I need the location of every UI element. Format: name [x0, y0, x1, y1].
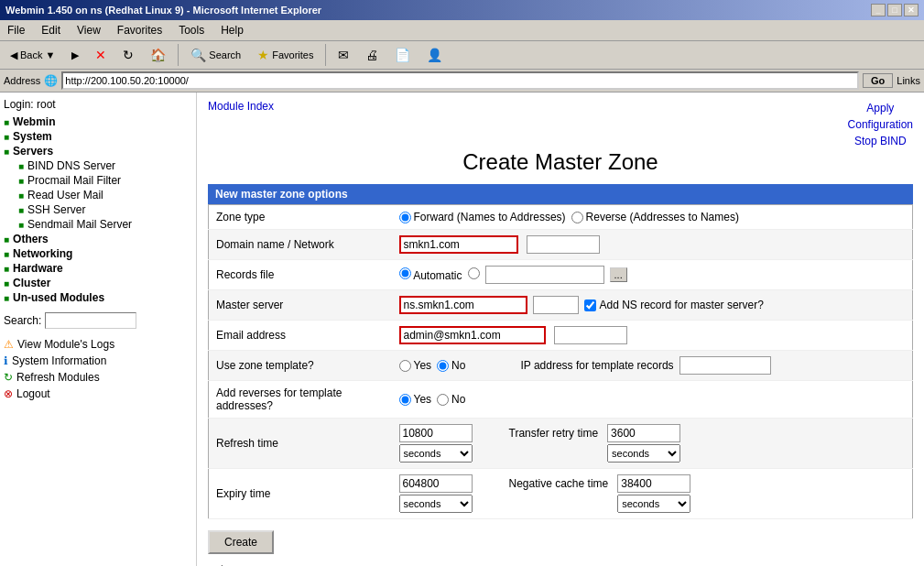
sidebar-item-networking[interactable]: ■ Networking — [4, 246, 192, 261]
sidebar-item-unused[interactable]: ■ Un-used Modules — [4, 290, 192, 305]
edit-button[interactable]: 📄 — [388, 45, 417, 65]
sidebar-item-hardware[interactable]: ■ Hardware — [4, 261, 192, 276]
refresh-modules-item[interactable]: ↻ Refresh Modules — [4, 369, 192, 386]
mail-button[interactable]: ✉ — [332, 45, 355, 65]
address-input[interactable] — [61, 71, 859, 90]
forward-radio[interactable] — [399, 212, 411, 223]
expiry-time-unit[interactable]: seconds minutes hours days — [399, 495, 473, 513]
sidebar-item-readusermail[interactable]: ■ Read User Mail — [4, 188, 192, 202]
sidebar-item-cluster[interactable]: ■ Cluster — [4, 276, 192, 290]
sidebar-item-sendmail[interactable]: ■ Sendmail Mail Server — [4, 217, 192, 232]
search-button[interactable]: 🔍 Search — [184, 45, 247, 65]
sidebar-item-system[interactable]: ■ System — [4, 129, 192, 144]
system-info-item[interactable]: ℹ System Information — [4, 353, 192, 369]
menu-help[interactable]: Help — [217, 22, 247, 38]
sidebar-login: Login: root — [4, 98, 192, 111]
view-logs-item[interactable]: ⚠ View Module's Logs — [4, 336, 192, 353]
page-title: Create Master Zone — [208, 149, 913, 175]
system-icon: ■ — [4, 132, 9, 142]
add-reverses-label: Add reverses for template addresses? — [209, 381, 392, 419]
top-actions[interactable]: Apply Configuration Stop BIND — [848, 100, 913, 149]
ellipsis-button[interactable]: ... — [610, 267, 627, 282]
sidebar-item-ssh[interactable]: ■ SSH Server — [4, 202, 192, 217]
links-label[interactable]: Links — [897, 75, 920, 86]
forward-button[interactable]: ▶ — [65, 47, 85, 64]
address-icon: 🌐 — [44, 74, 58, 87]
menu-view[interactable]: View — [73, 22, 104, 38]
zone-type-radio-group: Forward (Names to Addresses) Reverse (Ad… — [399, 211, 906, 223]
menu-favorites[interactable]: Favorites — [114, 22, 166, 38]
minimize-button[interactable]: _ — [871, 4, 886, 16]
email-address-extra-input[interactable] — [554, 326, 627, 344]
info-icon: ℹ — [4, 354, 8, 367]
expiry-time-label: Expiry time — [209, 469, 392, 519]
expiry-time-input[interactable] — [399, 474, 473, 493]
reverses-yes-radio[interactable] — [399, 394, 411, 406]
menu-file[interactable]: File — [4, 22, 28, 38]
template-yes-radio[interactable] — [399, 360, 411, 372]
unused-icon: ■ — [4, 293, 9, 303]
print-button[interactable]: 🖨 — [359, 45, 385, 65]
search-input[interactable] — [45, 312, 136, 329]
domain-name-input[interactable] — [399, 235, 518, 254]
sidebar-item-webmin[interactable]: ■ Webmin — [4, 114, 192, 129]
master-server-input[interactable] — [399, 296, 527, 314]
add-ns-checkbox[interactable] — [584, 299, 596, 311]
refresh-time-unit[interactable]: seconds minutes hours days — [399, 444, 473, 463]
discuss-button[interactable]: 👤 — [420, 45, 449, 65]
ip-template-input[interactable] — [679, 356, 771, 375]
go-button[interactable]: Go — [863, 73, 893, 88]
sidebar-item-bind[interactable]: ■ BIND DNS Server — [4, 158, 192, 173]
browser-toolbar: ◀ Back ▼ ▶ ✕ ↻ 🏠 🔍 Search ★ Favorites ✉ … — [0, 41, 924, 70]
template-no-radio[interactable] — [437, 360, 449, 372]
records-file-row: Records file Automatic ... — [209, 260, 913, 290]
logout-item[interactable]: ⊗ Logout — [4, 386, 192, 402]
time-row-2: Expiry time seconds minutes hours days — [209, 469, 913, 519]
menu-tools[interactable]: Tools — [175, 22, 208, 38]
refresh-time-input[interactable] — [399, 424, 473, 442]
domain-name-label: Domain name / Network — [209, 230, 392, 260]
discuss-icon: 👤 — [427, 48, 442, 62]
create-button[interactable]: Create — [208, 530, 274, 554]
master-server-extra-input[interactable] — [533, 296, 579, 314]
sidebar-item-procmail[interactable]: ■ Procmail Mail Filter — [4, 173, 192, 188]
neg-cache-unit[interactable]: seconds minutes hours days — [617, 495, 690, 513]
manual-radio[interactable] — [468, 267, 480, 279]
home-icon: 🏠 — [150, 48, 166, 62]
favorites-button[interactable]: ★ Favorites — [251, 45, 320, 65]
reverse-radio[interactable] — [571, 212, 583, 223]
module-index-link[interactable]: Module Index — [208, 100, 274, 113]
refresh-modules-icon: ↻ — [4, 371, 13, 384]
automatic-radio-label: Automatic — [399, 267, 462, 282]
menu-edit[interactable]: Edit — [38, 22, 64, 38]
sidebar-item-label: SSH Server — [27, 203, 85, 216]
reverses-no-radio[interactable] — [437, 394, 449, 406]
maximize-button[interactable]: □ — [887, 4, 902, 16]
domain-name-extra-input[interactable] — [527, 235, 600, 254]
email-address-input[interactable] — [399, 326, 546, 344]
template-yes-text: Yes — [414, 359, 432, 372]
refresh-button[interactable]: ↻ — [116, 45, 140, 65]
sidebar-item-others[interactable]: ■ Others — [4, 232, 192, 246]
sidebar-item-label: Servers — [13, 145, 53, 158]
neg-cache-group: seconds minutes hours days — [617, 474, 690, 513]
menu-bar: File Edit View Favorites Tools Help — [0, 20, 924, 41]
sidebar: Login: root ■ Webmin ■ System ■ Servers … — [0, 93, 197, 566]
back-button[interactable]: ◀ Back ▼ — [4, 47, 61, 64]
home-button[interactable]: 🏠 — [144, 45, 172, 65]
time-row-1-group: seconds minutes hours days Transfer retr… — [399, 424, 906, 463]
system-info-label: System Information — [12, 354, 106, 367]
back-arrow-icon: ▼ — [45, 49, 55, 60]
use-zone-template-row: Use zone template? Yes No — [209, 351, 913, 381]
email-address-row: Email address — [209, 321, 913, 351]
sidebar-item-servers[interactable]: ■ Servers — [4, 144, 192, 158]
automatic-radio[interactable] — [399, 267, 411, 279]
close-button[interactable]: ✕ — [904, 4, 919, 16]
stop-button[interactable]: ✕ — [89, 45, 113, 65]
records-file-input[interactable] — [485, 266, 604, 284]
transfer-retry-unit[interactable]: seconds minutes hours days — [607, 444, 680, 463]
neg-cache-input[interactable] — [617, 474, 690, 493]
transfer-retry-input[interactable] — [607, 424, 680, 442]
title-bar-buttons[interactable]: _ □ ✕ — [871, 4, 919, 16]
bind-icon: ■ — [18, 161, 24, 171]
